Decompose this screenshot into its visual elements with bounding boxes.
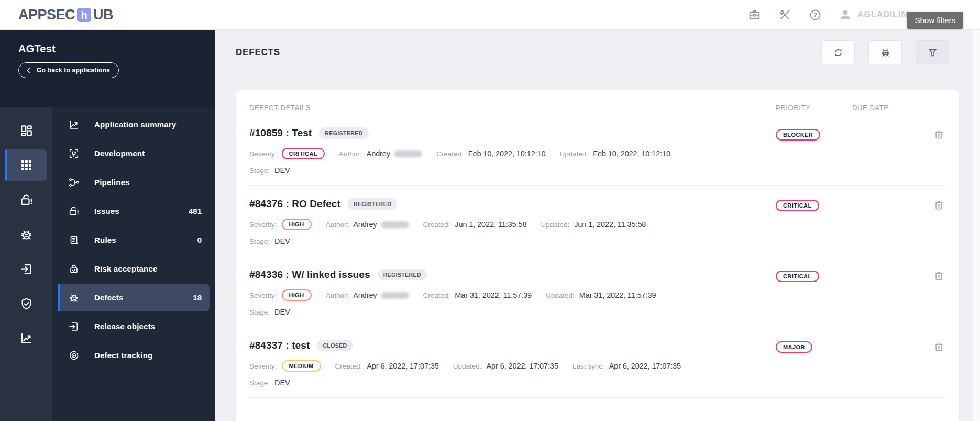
tools-icon (778, 8, 791, 21)
updated-value: Jun 1, 2022, 11:35:58 (574, 220, 646, 229)
app-root: APPSEC h UB AGLADILIN Show filters (0, 0, 980, 421)
created-value: Jun 1, 2022, 11:35:58 (455, 220, 526, 229)
delete-defect-button[interactable] (932, 269, 945, 283)
sidebar-item-label: Risk acceptance (94, 264, 202, 273)
page-title: DEFECTS (236, 47, 280, 58)
delete-defect-button[interactable] (932, 340, 945, 353)
briefcase-button[interactable] (747, 7, 762, 22)
delete-defect-button[interactable] (932, 127, 945, 141)
defect-title-line: #10859 : TestREGISTERED (249, 127, 761, 139)
rail-item-grid[interactable] (0, 148, 52, 182)
severity-label: Severity: (249, 221, 277, 229)
updated-value: Apr 6, 2022, 17:07:35 (487, 362, 558, 370)
trash-icon (933, 128, 945, 141)
defects-card: DEFECT DETAILS PRIORITY DUE DATE #10859 … (236, 90, 959, 421)
toolbar (821, 40, 959, 64)
show-filters-tooltip: Show filters (907, 12, 963, 29)
sidebar-item-defects[interactable]: Defects18 (52, 283, 215, 312)
defect-title-line: #84336 : W/ linked issuesREGISTERED (249, 269, 761, 280)
dev-icon (68, 148, 80, 159)
defect-details-cell: #84337 : testCLOSEDSeverity:MEDIUMCreate… (249, 340, 761, 387)
updated: Updated:Feb 10, 2022, 10:12:10 (559, 149, 670, 158)
briefcase-icon (748, 8, 761, 21)
column-due-date: DUE DATE (838, 104, 919, 112)
sidebar-item-issues[interactable]: Issues481 (52, 197, 215, 225)
tools-button[interactable] (778, 7, 792, 22)
last-sync: Last sync:Apr 6, 2022, 17:07:35 (572, 362, 681, 370)
help-icon (809, 8, 822, 21)
defect-details-cell: #84376 : RO DefectREGISTEREDSeverity:HIG… (249, 198, 761, 245)
sidebar-item-development[interactable]: Development (52, 139, 215, 168)
defect-details-cell: #10859 : TestREGISTEREDSeverity:CRITICAL… (249, 127, 761, 175)
rail-item-exit[interactable] (0, 252, 52, 286)
status-badge: CLOSED (317, 340, 353, 351)
rail-item-dashboard[interactable] (0, 113, 52, 148)
defect-title[interactable]: #84337 : test (249, 340, 310, 351)
created-label: Created: (423, 292, 450, 299)
sidebar-item-defect-tracking[interactable]: Defect tracking (52, 341, 215, 370)
updated-label: Updated: (453, 362, 482, 370)
updated: Updated:Jun 1, 2022, 11:35:58 (541, 220, 646, 229)
sidebar-item-label: Rules (94, 235, 197, 244)
severity-label: Severity: (249, 150, 277, 158)
column-priority: PRIORITY (761, 104, 838, 112)
bug-icon (68, 292, 80, 304)
scroll-icon (68, 234, 80, 246)
severity-badge: MEDIUM (282, 360, 321, 372)
sidebar-item-label: Defect tracking (94, 351, 202, 360)
help-button[interactable] (808, 7, 823, 22)
actions-cell (932, 198, 945, 212)
trash-icon (933, 341, 945, 353)
last-sync-label: Last sync: (572, 362, 604, 370)
author-label: Author: (326, 292, 349, 299)
defect-title[interactable]: #84336 : W/ linked issues (249, 269, 370, 280)
severity: Severity:HIGH (249, 219, 312, 230)
stage-value: DEV (274, 379, 290, 387)
defect-meta-line: Severity:HIGHAuthor:AndreyCreated:Mar 31… (249, 289, 761, 301)
sidebar-item-count: 18 (193, 293, 202, 302)
defect-rows: #10859 : TestREGISTEREDSeverity:CRITICAL… (249, 115, 945, 398)
rail-item-bug[interactable] (0, 217, 52, 252)
sidebar-item-risk-acceptance[interactable]: Risk acceptance (52, 254, 215, 283)
sidebar-item-pipelines[interactable]: Pipelines (52, 168, 215, 197)
appsechub-logo: APPSEC h UB (18, 7, 113, 23)
author-value: Andrey (353, 220, 409, 229)
updated-label: Updated: (559, 150, 588, 158)
defect-meta-line: Severity:CRITICALAuthor:AndreyCreated:Fe… (249, 148, 761, 159)
scrollbar[interactable] (973, 30, 980, 421)
severity-badge: HIGH (282, 219, 312, 230)
bug-button[interactable] (868, 40, 902, 64)
updated-label: Updated: (541, 221, 569, 229)
created: Created:Mar 31, 2022, 11:57:39 (423, 291, 532, 299)
author: Author:Andrey (326, 220, 409, 229)
refresh-button[interactable] (821, 40, 855, 64)
sidebar-item-release-objects[interactable]: Release objects (52, 312, 215, 341)
stage-label: Stage: (249, 238, 270, 245)
created-value: Apr 6, 2022, 17:07:35 (367, 362, 438, 370)
sidebar-item-application-summary[interactable]: Application summary (52, 110, 215, 139)
severity: Severity:CRITICAL (249, 148, 325, 159)
delete-defect-button[interactable] (932, 198, 945, 212)
stage-label: Stage: (249, 167, 270, 175)
defect-title[interactable]: #10859 : Test (249, 127, 312, 139)
updated-label: Updated: (546, 292, 575, 299)
defect-meta-line: Severity:MEDIUMCreated:Apr 6, 2022, 17:0… (249, 360, 761, 372)
rail-item-lock-open[interactable] (0, 182, 52, 217)
defect-title[interactable]: #84376 : RO Defect (249, 198, 340, 210)
table-header: DEFECT DETAILS PRIORITY DUE DATE (249, 90, 945, 115)
sidebar-item-rules[interactable]: Rules0 (52, 225, 215, 254)
author-value: Andrey (367, 149, 422, 158)
stage-label: Stage: (249, 379, 270, 387)
stage-line: Stage:DEV (249, 379, 761, 387)
chart-icon (19, 331, 34, 346)
rail-item-chart[interactable] (0, 321, 52, 355)
icon-rail (0, 107, 52, 421)
stage-label: Stage: (249, 308, 270, 316)
defect-row: #84376 : RO DefectREGISTEREDSeverity:HIG… (249, 186, 945, 256)
logo-text-left: APPSEC (18, 7, 75, 23)
back-to-applications-button[interactable]: Go back to applications (18, 62, 119, 78)
rail-item-shield-check[interactable] (0, 286, 52, 321)
filter-button[interactable] (916, 40, 949, 64)
dashboard-icon (19, 124, 34, 138)
updated-value: Mar 31, 2022, 11:57:39 (579, 291, 656, 299)
